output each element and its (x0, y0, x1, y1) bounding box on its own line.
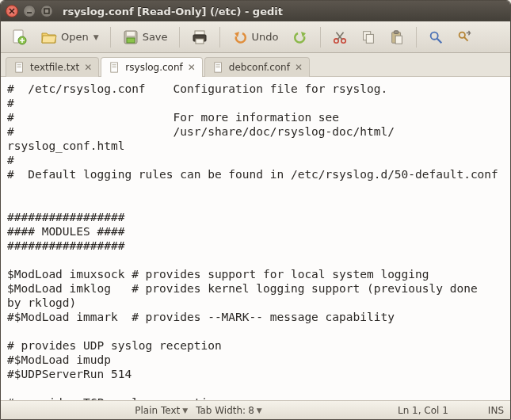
svg-rect-0 (44, 9, 49, 13)
save-icon (122, 29, 139, 46)
svg-rect-6 (195, 31, 204, 35)
status-bar: Plain Text ▼ Tab Width: 8 ▼ Ln 1, Col 1 … (1, 400, 510, 419)
copy-icon (360, 29, 376, 45)
search-icon (428, 29, 444, 45)
minimize-icon (26, 8, 32, 14)
open-button-label: Open (61, 31, 89, 43)
window-title: rsyslog.conf [Read-Only] (/etc) - gedit (63, 6, 283, 17)
folder-open-icon (40, 29, 58, 46)
find-replace-icon (456, 29, 472, 45)
tab-close-button[interactable]: ✕ (84, 62, 92, 73)
paste-button[interactable] (384, 27, 410, 48)
app-window: rsyslog.conf [Read-Only] (/etc) - gedit … (0, 0, 511, 420)
chevron-down-icon: ▼ (93, 33, 99, 41)
tab-width-selector[interactable]: Tab Width: 8 ▼ (196, 405, 262, 416)
svg-rect-5 (127, 38, 135, 43)
tab-label: rsyslog.conf (125, 62, 182, 73)
close-icon (9, 8, 15, 14)
tab-bar: textfile.txt ✕ rsyslog.conf ✕ debconf.co… (1, 53, 510, 77)
chevron-down-icon: ▼ (257, 407, 262, 414)
tab-label: debconf.conf (229, 62, 290, 73)
tab-textfile[interactable]: textfile.txt ✕ (6, 57, 99, 77)
paste-icon (389, 29, 405, 45)
tab-label: textfile.txt (30, 62, 79, 73)
svg-point-16 (430, 32, 437, 39)
toolbar-separator (110, 27, 111, 48)
highlight-mode-label: Plain Text (135, 405, 180, 416)
window-close-button[interactable] (6, 5, 18, 17)
document-icon (109, 62, 120, 73)
cut-button[interactable] (327, 27, 353, 48)
window-minimize-button[interactable] (23, 5, 36, 17)
tab-rsyslog[interactable]: rsyslog.conf ✕ (101, 57, 202, 77)
new-document-icon (10, 29, 28, 46)
undo-button-label: Undo (252, 31, 279, 43)
svg-rect-4 (127, 32, 135, 36)
print-button[interactable] (186, 26, 213, 48)
insert-mode-indicator[interactable]: INS (488, 405, 504, 416)
toolbar-separator (219, 27, 220, 48)
maximize-icon (44, 8, 50, 14)
print-icon (191, 29, 208, 46)
undo-icon (231, 29, 249, 46)
svg-rect-12 (366, 34, 373, 43)
tab-width-value: 8 (248, 405, 254, 416)
cursor-position: Ln 1, Col 1 (398, 405, 448, 416)
redo-icon (292, 29, 309, 46)
save-button-label: Save (143, 31, 168, 43)
svg-rect-14 (394, 30, 398, 33)
chevron-down-icon: ▼ (182, 407, 188, 414)
save-button[interactable]: Save (117, 26, 173, 48)
scissors-icon (332, 29, 348, 45)
toolbar-separator (416, 27, 417, 48)
svg-point-17 (459, 32, 464, 37)
find-replace-button[interactable] (452, 27, 477, 48)
document-icon (14, 62, 25, 73)
titlebar[interactable]: rsyslog.conf [Read-Only] (/etc) - gedit (1, 1, 510, 21)
window-maximize-button[interactable] (40, 5, 53, 17)
toolbar-separator (179, 27, 180, 48)
highlight-mode-selector[interactable]: Plain Text ▼ (135, 405, 188, 416)
document-icon (213, 62, 224, 73)
undo-button[interactable]: Undo (227, 26, 284, 48)
toolbar-separator (320, 27, 321, 48)
copy-button[interactable] (356, 27, 381, 48)
text-editor-area[interactable]: # /etc/rsyslog.conf Configuration file f… (1, 77, 510, 400)
find-button[interactable] (423, 27, 448, 48)
tab-width-label: Tab Width: (196, 405, 246, 416)
tab-close-button[interactable]: ✕ (188, 62, 196, 73)
svg-rect-15 (395, 36, 402, 44)
redo-button[interactable] (287, 26, 314, 48)
new-document-button[interactable] (6, 26, 32, 48)
open-button[interactable]: Open ▼ (36, 26, 104, 48)
tab-close-button[interactable]: ✕ (295, 62, 303, 73)
tab-debconf[interactable]: debconf.conf ✕ (204, 57, 310, 77)
toolbar: Open ▼ Save Undo (1, 21, 510, 53)
svg-rect-8 (196, 39, 204, 44)
